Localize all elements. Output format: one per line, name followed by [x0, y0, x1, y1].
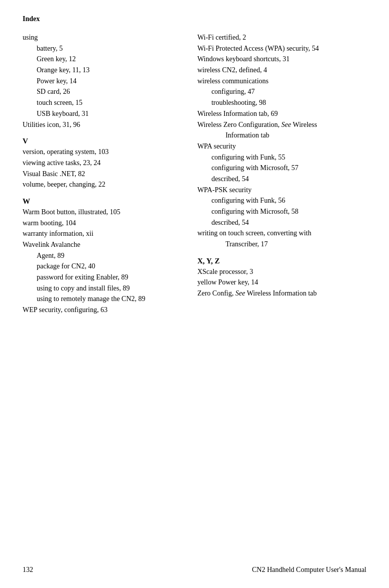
entry-power-key: Power key, 14 — [23, 76, 182, 87]
page-footer: 132 CN2 Handheld Computer User's Manual — [23, 566, 366, 574]
entry-agent: Agent, 89 — [23, 250, 182, 261]
content-columns: using battery, 5 Green key, 12 Orange ke… — [23, 32, 366, 321]
section-heading-xyz: X, Y, Z — [197, 257, 366, 265]
entry-usb-keyboard: USB keyboard, 31 — [23, 108, 182, 119]
index-section-wifi: Wi-Fi certified, 2 Wi-Fi Protected Acces… — [197, 32, 366, 250]
right-column: Wi-Fi certified, 2 Wi-Fi Protected Acces… — [192, 32, 366, 321]
entry-wpa-described: described, 54 — [197, 174, 366, 185]
entry-green-key: Green key, 12 — [23, 54, 182, 65]
entry-information-tab: Information tab — [197, 130, 366, 141]
entry-volume: volume, beeper, changing, 22 — [23, 179, 182, 190]
entry-battery: battery, 5 — [23, 43, 182, 54]
entry-wifi-certified: Wi-Fi certified, 2 — [197, 32, 366, 43]
entry-configuring-wireless: configuring, 47 — [197, 86, 366, 97]
entry-warranty: warranty information, xii — [23, 228, 182, 239]
page-title: Index — [23, 15, 366, 23]
entry-warm-boot-button: Warm Boot button, illustrated, 105 — [23, 207, 182, 218]
entry-zero-config: Zero Config, See Wireless Information ta… — [197, 288, 366, 299]
entry-yellow-power-key: yellow Power key, 14 — [197, 277, 366, 288]
left-column: using battery, 5 Green key, 12 Orange ke… — [23, 32, 192, 321]
entry-wpa-psk: WPA-PSK security — [197, 185, 366, 196]
footer-page-number: 132 — [23, 566, 33, 574]
entry-visual-basic: Visual Basic .NET, 82 — [23, 169, 182, 180]
entry-writing-touch: writing on touch screen, converting with — [197, 228, 366, 239]
entry-wpa-psk-described: described, 54 — [197, 217, 366, 228]
entry-wireless-cn2: wireless CN2, defined, 4 — [197, 65, 366, 76]
header-title: Index — [23, 15, 40, 23]
entry-using-remotely: using to remotely manage the CN2, 89 — [23, 293, 182, 305]
entry-using: using — [23, 32, 182, 43]
index-section-using: using battery, 5 Green key, 12 Orange ke… — [23, 32, 182, 130]
entry-version: version, operating system, 103 — [23, 146, 182, 158]
index-section-xyz: X, Y, Z XScale processor, 3 yellow Power… — [197, 257, 366, 299]
entry-wireless-info-tab: Wireless Information tab, 69 — [197, 108, 366, 119]
entry-wireless-communications: wireless communications — [197, 76, 366, 87]
see-italic: See — [282, 121, 291, 128]
entry-troubleshooting: troubleshooting, 98 — [197, 97, 366, 108]
entry-sd-card: SD card, 26 — [23, 86, 182, 97]
entry-wavelink-avalanche: Wavelink Avalanche — [23, 239, 182, 250]
entry-windows-keyboard: Windows keyboard shortcuts, 31 — [197, 54, 366, 65]
zero-config-see-italic: See — [235, 289, 245, 297]
entry-wpa-psk-funk: configuring with Funk, 56 — [197, 195, 366, 206]
section-heading-v: V — [23, 137, 182, 145]
entry-utilities-icon: Utilities icon, 31, 96 — [23, 119, 182, 130]
entry-touch-screen: touch screen, 15 — [23, 97, 182, 108]
page: Index using battery, 5 Green key, 12 Ora… — [0, 0, 389, 588]
section-heading-w: W — [23, 197, 182, 206]
footer-book-title: CN2 Handheld Computer User's Manual — [252, 566, 366, 574]
entry-warm-booting: warm booting, 104 — [23, 218, 182, 229]
entry-wpa-security: WPA security — [197, 141, 366, 152]
entry-xscale: XScale processor, 3 — [197, 266, 366, 277]
entry-viewing: viewing active tasks, 23, 24 — [23, 158, 182, 169]
entry-using-copy: using to copy and install files, 89 — [23, 283, 182, 294]
entry-wifi-protected: Wi-Fi Protected Access (WPA) security, 5… — [197, 43, 366, 54]
entry-wpa-microsoft: configuring with Microsoft, 57 — [197, 163, 366, 174]
entry-wpa-psk-microsoft: configuring with Microsoft, 58 — [197, 206, 366, 217]
entry-wpa-funk: configuring with Funk, 55 — [197, 152, 366, 163]
entry-wireless-zero-config: Wireless Zero Configuration, See Wireles… — [197, 119, 366, 130]
entry-package-cn2: package for CN2, 40 — [23, 261, 182, 272]
index-section-w: W Warm Boot button, illustrated, 105 war… — [23, 197, 182, 316]
index-section-v: V version, operating system, 103 viewing… — [23, 137, 182, 190]
entry-password-enabler: password for exiting Enabler, 89 — [23, 272, 182, 283]
entry-orange-key: Orange key, 11, 13 — [23, 65, 182, 76]
entry-wep: WEP security, configuring, 63 — [23, 305, 182, 316]
entry-transcriber: Transcriber, 17 — [197, 239, 366, 250]
